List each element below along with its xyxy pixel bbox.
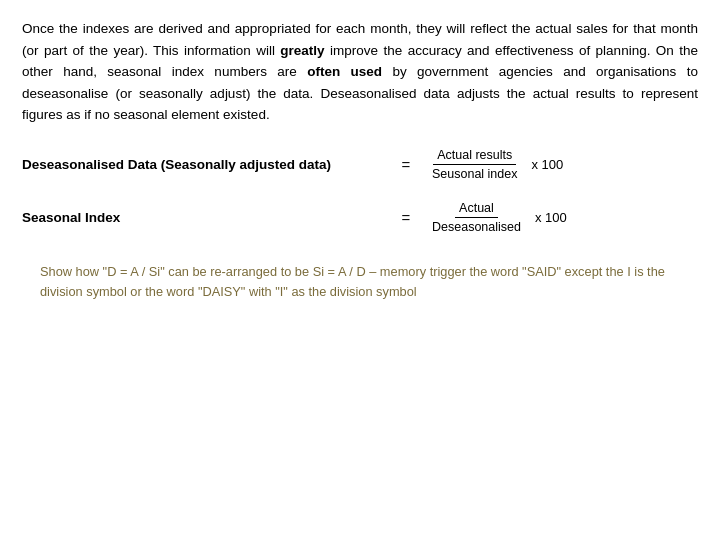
multiplier-1: x 100 (531, 157, 563, 172)
denominator-2: Deseasonalised (428, 218, 525, 234)
hint-box: Show how "D = A / Si" can be re-arranged… (22, 254, 698, 310)
formula-row-deseasonalised: Deseasonalised Data (Seasonally adjusted… (22, 148, 698, 181)
numerator-2: Actual (455, 201, 498, 218)
bold-often-used: often used (307, 64, 382, 79)
formula-label-deseasonalised: Deseasonalised Data (Seasonally adjusted… (22, 157, 392, 172)
formula-section: Deseasonalised Data (Seasonally adjusted… (22, 148, 698, 234)
bold-greatly: greatly (280, 43, 324, 58)
denominator-1: Seusonal index (428, 165, 521, 181)
numerator-1: Actual results (433, 148, 516, 165)
multiplier-2: x 100 (535, 210, 567, 225)
formula-row-seasonal-index: Seasonal Index = Actual Deseasonalised x… (22, 201, 698, 234)
formula-label-seasonal: Seasonal Index (22, 210, 392, 225)
hint-text: Show how "D = A / Si" can be re-arranged… (40, 262, 680, 302)
equals-2: = (392, 209, 420, 226)
fraction-box-1: Actual results Seusonal index (428, 148, 521, 181)
equals-1: = (392, 156, 420, 173)
fraction-box-2: Actual Deseasonalised (428, 201, 525, 234)
fraction-deseasonalised: Actual results Seusonal index x 100 (420, 148, 563, 181)
fraction-seasonal: Actual Deseasonalised x 100 (420, 201, 567, 234)
main-paragraph: Once the indexes are derived and appropr… (22, 18, 698, 126)
